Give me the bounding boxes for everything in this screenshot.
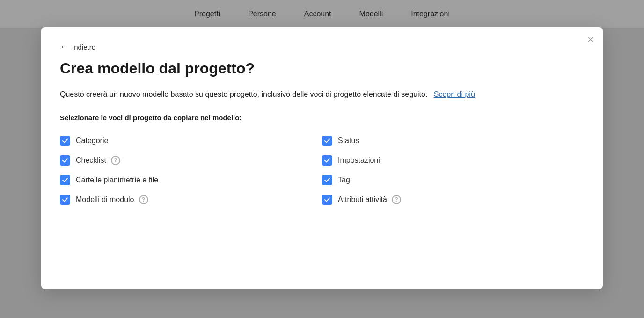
- checkboxes-left-column: Categorie Checklist ? Cartelle planimetr…: [60, 131, 322, 210]
- checkbox-tag-box[interactable]: [322, 175, 332, 185]
- checkbox-modelli-modulo-label-row: Modelli di modulo ?: [76, 195, 148, 204]
- checkbox-status-box[interactable]: [322, 136, 332, 146]
- checkbox-status-label-row: Status: [338, 137, 359, 145]
- checkbox-checklist-label-row: Checklist ?: [76, 156, 120, 165]
- section-label: Selezionare le voci di progetto da copia…: [60, 114, 584, 122]
- back-label: Indietro: [72, 43, 95, 51]
- close-button[interactable]: ×: [587, 35, 593, 45]
- checkbox-impostazioni-label-row: Impostazioni: [338, 156, 380, 165]
- checkbox-attributi-label: Attributi attività: [338, 195, 387, 204]
- checkbox-status[interactable]: Status: [322, 131, 584, 151]
- modal-container: × ← Indietro Crea modello dal progetto? …: [41, 27, 603, 289]
- checklist-help-icon[interactable]: ?: [111, 156, 120, 165]
- back-arrow-icon: ←: [60, 42, 68, 52]
- checkboxes-grid: Categorie Checklist ? Cartelle planimetr…: [60, 131, 584, 210]
- checkbox-modelli-modulo[interactable]: Modelli di modulo ?: [60, 190, 322, 210]
- checkbox-cartelle-box[interactable]: [60, 175, 70, 185]
- checkbox-tag-label: Tag: [338, 176, 350, 184]
- checkbox-impostazioni[interactable]: Impostazioni: [322, 151, 584, 170]
- checkbox-cartelle-label: Cartelle planimetrie e file: [76, 176, 158, 184]
- checkboxes-right-column: Status Impostazioni Tag: [322, 131, 584, 210]
- checkbox-cartelle[interactable]: Cartelle planimetrie e file: [60, 170, 322, 190]
- checkbox-attributi-label-row: Attributi attività ?: [338, 195, 401, 204]
- modal-description: Questo creerà un nuovo modello basato su…: [60, 88, 584, 101]
- attributi-help-icon[interactable]: ?: [392, 195, 401, 204]
- back-link[interactable]: ← Indietro: [60, 42, 584, 52]
- checkbox-status-label: Status: [338, 137, 359, 145]
- modal-title: Crea modello dal progetto?: [60, 59, 584, 77]
- modelli-modulo-help-icon[interactable]: ?: [139, 195, 148, 204]
- checkbox-cartelle-label-row: Cartelle planimetrie e file: [76, 176, 158, 184]
- checkbox-checklist-box[interactable]: [60, 155, 70, 166]
- checkbox-categorie[interactable]: Categorie: [60, 131, 322, 151]
- checkbox-categorie-box[interactable]: [60, 136, 70, 146]
- checkbox-checklist-label: Checklist: [76, 156, 106, 165]
- checkbox-attributi[interactable]: Attributi attività ?: [322, 190, 584, 210]
- checkbox-impostazioni-box[interactable]: [322, 155, 332, 166]
- checkbox-attributi-box[interactable]: [322, 195, 332, 205]
- learn-more-link[interactable]: Scopri di più: [434, 90, 475, 98]
- checkbox-categorie-label-row: Categorie: [76, 137, 108, 145]
- checkbox-categorie-label: Categorie: [76, 137, 108, 145]
- checkbox-tag[interactable]: Tag: [322, 170, 584, 190]
- checkbox-modelli-modulo-label: Modelli di modulo: [76, 195, 134, 204]
- checkbox-impostazioni-label: Impostazioni: [338, 156, 380, 165]
- checkbox-modelli-modulo-box[interactable]: [60, 195, 70, 205]
- description-text: Questo creerà un nuovo modello basato su…: [60, 90, 427, 98]
- checkbox-tag-label-row: Tag: [338, 176, 350, 184]
- checkbox-checklist[interactable]: Checklist ?: [60, 151, 322, 170]
